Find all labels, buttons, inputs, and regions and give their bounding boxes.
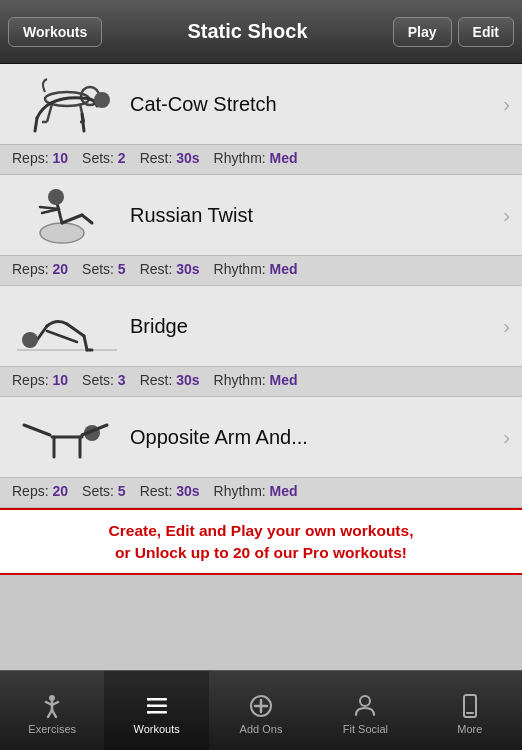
rhythm-2: Rhythm: Med bbox=[214, 261, 298, 277]
exercise-item-3[interactable]: Bridge › Reps: 10 Sets: 3 Rest: 30s Rhyt… bbox=[0, 286, 522, 397]
svg-line-17 bbox=[84, 336, 87, 350]
sets-3: Sets: 3 bbox=[82, 372, 126, 388]
exercise-stats-3: Reps: 10 Sets: 3 Rest: 30s Rhythm: Med bbox=[0, 366, 522, 396]
svg-point-44 bbox=[360, 696, 370, 706]
sets-1: Sets: 2 bbox=[82, 150, 126, 166]
exercise-list: Cat-Cow Stretch › Reps: 10 Sets: 2 Rest:… bbox=[0, 64, 522, 508]
tab-fitsocial-label: Fit Social bbox=[343, 723, 388, 735]
exercise-row-4: Opposite Arm And... › bbox=[0, 397, 522, 477]
tab-bar: Exercises Workouts Add Ons bbox=[0, 670, 522, 750]
figure-icon bbox=[38, 692, 66, 720]
page-title: Static Shock bbox=[102, 20, 392, 43]
exercise-name-4: Opposite Arm And... bbox=[130, 426, 499, 449]
phone-icon bbox=[456, 692, 484, 720]
svg-point-11 bbox=[48, 189, 64, 205]
back-button[interactable]: Workouts bbox=[8, 17, 102, 47]
tab-more-label: More bbox=[457, 723, 482, 735]
exercise-name-3: Bridge bbox=[130, 315, 499, 338]
svg-point-9 bbox=[40, 223, 84, 243]
svg-line-10 bbox=[57, 203, 62, 223]
svg-line-15 bbox=[40, 207, 59, 209]
svg-line-7 bbox=[35, 118, 37, 131]
exercise-row-3: Bridge › bbox=[0, 286, 522, 366]
exercise-stats-2: Reps: 20 Sets: 5 Rest: 30s Rhythm: Med bbox=[0, 255, 522, 285]
exercise-row-1: Cat-Cow Stretch › bbox=[0, 64, 522, 144]
exercise-figure-4 bbox=[12, 407, 122, 467]
rest-4: Rest: 30s bbox=[140, 483, 200, 499]
reps-1: Reps: 10 bbox=[12, 150, 68, 166]
exercise-figure-3 bbox=[12, 296, 122, 356]
rest-3: Rest: 30s bbox=[140, 372, 200, 388]
svg-line-12 bbox=[62, 215, 82, 223]
tab-fitsocial[interactable]: Fit Social bbox=[313, 671, 417, 750]
svg-rect-40 bbox=[147, 711, 150, 714]
svg-line-13 bbox=[82, 215, 92, 223]
exercise-figure-2 bbox=[12, 185, 122, 245]
tab-workouts-label: Workouts bbox=[133, 723, 179, 735]
reps-4: Reps: 20 bbox=[12, 483, 68, 499]
svg-line-34 bbox=[52, 710, 56, 717]
tab-workouts[interactable]: Workouts bbox=[104, 671, 208, 750]
header-actions: Play Edit bbox=[393, 17, 514, 47]
header: Workouts Static Shock Play Edit bbox=[0, 0, 522, 64]
svg-line-19 bbox=[37, 326, 47, 340]
chevron-icon-2: › bbox=[503, 204, 510, 227]
sets-4: Sets: 5 bbox=[82, 483, 126, 499]
reps-3: Reps: 10 bbox=[12, 372, 68, 388]
svg-point-6 bbox=[94, 92, 110, 108]
exercise-stats-4: Reps: 20 Sets: 5 Rest: 30s Rhythm: Med bbox=[0, 477, 522, 507]
exercise-stats-1: Reps: 10 Sets: 2 Rest: 30s Rhythm: Med bbox=[0, 144, 522, 174]
svg-line-8 bbox=[82, 114, 84, 131]
exercise-item-2[interactable]: Russian Twist › Reps: 20 Sets: 5 Rest: 3… bbox=[0, 175, 522, 286]
chevron-icon-1: › bbox=[503, 93, 510, 116]
tab-exercises[interactable]: Exercises bbox=[0, 671, 104, 750]
tab-exercises-label: Exercises bbox=[28, 723, 76, 735]
svg-line-18 bbox=[67, 324, 84, 336]
svg-rect-39 bbox=[147, 705, 150, 708]
edit-button[interactable]: Edit bbox=[458, 17, 514, 47]
svg-point-20 bbox=[22, 332, 38, 348]
reps-2: Reps: 20 bbox=[12, 261, 68, 277]
exercise-row-2: Russian Twist › bbox=[0, 175, 522, 255]
chevron-icon-4: › bbox=[503, 426, 510, 449]
plus-icon bbox=[247, 692, 275, 720]
svg-rect-38 bbox=[147, 698, 150, 701]
exercise-item-4[interactable]: Opposite Arm And... › Reps: 20 Sets: 5 R… bbox=[0, 397, 522, 508]
promo-banner: Create, Edit and Play your own workouts,… bbox=[0, 508, 522, 575]
exercise-name-1: Cat-Cow Stretch bbox=[130, 93, 499, 116]
rest-1: Rest: 30s bbox=[140, 150, 200, 166]
tab-addons-label: Add Ons bbox=[240, 723, 283, 735]
exercise-item-1[interactable]: Cat-Cow Stretch › Reps: 10 Sets: 2 Rest:… bbox=[0, 64, 522, 175]
sets-2: Sets: 5 bbox=[82, 261, 126, 277]
rhythm-4: Rhythm: Med bbox=[214, 483, 298, 499]
promo-text: Create, Edit and Play your own workouts,… bbox=[12, 520, 510, 563]
rhythm-1: Rhythm: Med bbox=[214, 150, 298, 166]
tab-more[interactable]: More bbox=[418, 671, 522, 750]
rhythm-3: Rhythm: Med bbox=[214, 372, 298, 388]
person-icon bbox=[351, 692, 379, 720]
svg-line-28 bbox=[24, 425, 50, 435]
chevron-icon-3: › bbox=[503, 315, 510, 338]
exercise-name-2: Russian Twist bbox=[130, 204, 499, 227]
svg-line-21 bbox=[47, 331, 77, 342]
list-icon bbox=[143, 692, 171, 720]
tab-addons[interactable]: Add Ons bbox=[209, 671, 313, 750]
exercise-figure-1 bbox=[12, 74, 122, 134]
play-button[interactable]: Play bbox=[393, 17, 452, 47]
rest-2: Rest: 30s bbox=[140, 261, 200, 277]
